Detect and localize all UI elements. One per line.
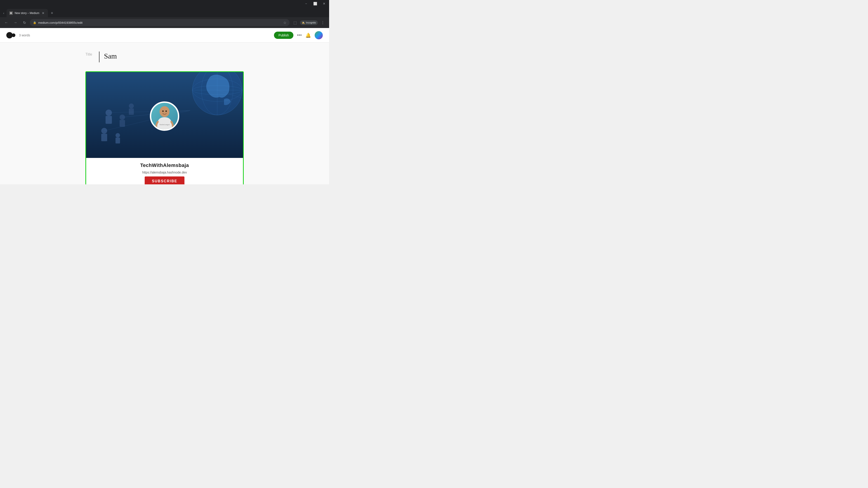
reload-button[interactable]: ↻ [21,19,28,26]
address-bar[interactable]: 🔒 medium.com/p/00441938f05c/edit ☆ [30,19,289,26]
image-block[interactable]: HackerLeague Tech [86,71,244,184]
logo-circle-small [12,33,16,37]
url-display: medium.com/p/00441938f05c/edit [38,21,281,24]
bell-icon: 🔔 [305,33,311,38]
forward-button[interactable]: → [12,19,19,26]
minimize-button[interactable]: − [304,1,308,6]
incognito-icon: 🕵 [302,21,305,24]
new-tab-button[interactable]: + [49,10,55,16]
bookmark-icon[interactable]: ☆ [283,21,286,25]
svg-text:HackerLeague: HackerLeague [159,124,170,126]
svg-rect-12 [120,120,125,127]
svg-rect-10 [105,116,112,124]
sidebar-toggle[interactable]: ⬚ [291,19,299,26]
tab-title: New story – Medium [15,11,39,15]
back-button[interactable]: ← [3,19,10,26]
svg-point-17 [116,133,120,138]
medium-logo[interactable] [6,32,16,38]
lock-icon: 🔒 [33,21,36,24]
tab-close-icon[interactable]: ✕ [41,11,45,15]
svg-point-41 [165,110,167,112]
title-label: Title [86,52,94,57]
incognito-label: Incognito [306,21,316,24]
svg-point-15 [129,103,134,108]
svg-rect-18 [116,138,120,143]
word-count: 3 words [19,33,30,37]
close-button[interactable]: ✕ [322,1,327,6]
maximize-button[interactable]: ⬜ [313,1,317,6]
active-tab[interactable]: M New story – Medium ✕ [6,9,48,17]
title-input[interactable] [104,52,244,61]
svg-point-40 [162,110,164,112]
title-divider [99,52,99,62]
profile-circle: HackerLeague [150,101,179,131]
subscribe-button[interactable]: SUBSCRIBE [145,176,184,184]
avatar[interactable] [315,31,323,39]
channel-url: https://alemsbaja.hashnode.dev [142,170,187,174]
publish-button[interactable]: Publish [274,32,293,39]
svg-point-38 [160,106,169,117]
notification-button[interactable]: 🔔 [305,33,311,38]
svg-rect-14 [101,134,107,141]
svg-rect-16 [129,108,134,115]
tab-nav-back[interactable]: ‹ [2,10,6,16]
channel-name: TechWithAlemsbaja [140,162,189,168]
more-button[interactable]: ••• [297,33,302,38]
tab-favicon: M [9,11,13,15]
incognito-badge: 🕵 Incognito [300,20,318,25]
browser-menu-button[interactable]: ⋮ [319,19,327,26]
